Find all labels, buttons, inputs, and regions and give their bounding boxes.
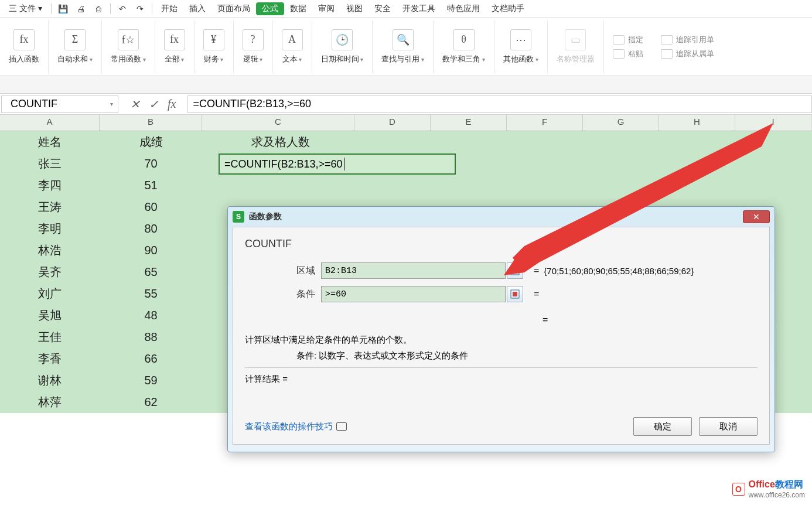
lookup-button[interactable]: 🔍查找与引用 <box>373 21 434 73</box>
col-I[interactable]: I <box>735 115 811 131</box>
col-B[interactable]: B <box>100 115 202 131</box>
video-icon <box>336 422 347 431</box>
col-A[interactable]: A <box>0 115 100 131</box>
search-icon: 🔍 <box>393 29 414 50</box>
cell[interactable]: 59 <box>100 370 202 391</box>
wps-logo-icon: S <box>233 211 244 223</box>
name-manager-button: ▭名称管理器 <box>548 21 604 73</box>
col-G[interactable]: G <box>583 115 659 131</box>
undo-icon[interactable]: ↶ <box>115 2 129 16</box>
cell[interactable]: 48 <box>100 305 202 326</box>
cell[interactable]: 李四 <box>0 175 100 196</box>
ribbon: fx插入函数 Σ自动求和 f☆常用函数 fx全部 ¥财务 ?逻辑 A文本 🕒日期… <box>0 18 812 76</box>
cell[interactable]: 51 <box>100 175 202 196</box>
tab-start[interactable]: 开始 <box>155 2 183 16</box>
name-box[interactable]: COUNTIF <box>1 95 118 113</box>
dialog-footer: 查看该函数的操作技巧 确定 取消 <box>245 417 758 436</box>
cell[interactable]: 90 <box>100 240 202 261</box>
fx-icon[interactable]: fx <box>168 97 176 111</box>
col-F[interactable]: F <box>507 115 583 131</box>
cell[interactable]: 林萍 <box>0 391 100 413</box>
watermark-url: www.office26.com <box>749 491 806 499</box>
cell[interactable]: 88 <box>100 326 202 348</box>
financial-button[interactable]: ¥财务 <box>195 21 234 73</box>
clock-icon: 🕒 <box>332 29 353 50</box>
cell[interactable]: 王涛 <box>0 196 100 218</box>
autosum-button[interactable]: Σ自动求和 <box>49 21 102 73</box>
cell[interactable]: 张三 <box>0 153 100 175</box>
dialog-titlebar[interactable]: S 函数参数 ✕ <box>228 207 775 227</box>
all-functions-button[interactable]: fx全部 <box>155 21 195 73</box>
cell[interactable]: 80 <box>100 218 202 240</box>
cell[interactable]: 刘广 <box>0 283 100 305</box>
cell[interactable]: 谢林 <box>0 370 100 391</box>
tab-layout[interactable]: 页面布局 <box>211 2 256 16</box>
tab-data[interactable]: 数据 <box>284 2 312 16</box>
equals-label: = <box>534 265 539 276</box>
tab-dochelper[interactable]: 文档助手 <box>486 2 530 16</box>
col-D[interactable]: D <box>354 115 431 131</box>
tab-insert[interactable]: 插入 <box>183 2 211 16</box>
param-input-range[interactable] <box>321 262 506 279</box>
param-input-criteria[interactable] <box>321 286 506 302</box>
param-description: 条件: 以数字、表达式或文本形式定义的条件 <box>296 350 758 361</box>
sigma-icon: Σ <box>64 29 86 50</box>
tab-devtools[interactable]: 开发工具 <box>397 2 441 16</box>
range-picker-button[interactable] <box>507 262 523 279</box>
star-fx-icon: f☆ <box>118 29 139 50</box>
help-link[interactable]: 查看该函数的操作技巧 <box>245 421 347 432</box>
header-row[interactable]: 姓名 成绩 求及格人数 <box>0 131 812 153</box>
print-icon[interactable]: 🖨 <box>74 2 88 16</box>
cell[interactable]: 70 <box>100 153 202 175</box>
datetime-button[interactable]: 🕒日期和时间 <box>312 21 373 73</box>
col-H[interactable]: H <box>659 115 735 131</box>
ok-button[interactable]: 确定 <box>633 417 692 436</box>
active-cell-C2[interactable]: =COUNTIF(B2:B13,>=60 <box>219 153 456 175</box>
insert-function-button[interactable]: fx插入函数 <box>0 21 49 73</box>
tab-formula[interactable]: 公式 <box>256 2 284 15</box>
text-button[interactable]: A文本 <box>273 21 312 73</box>
cell-B1[interactable]: 成绩 <box>100 131 202 153</box>
cell[interactable]: 62 <box>100 391 202 413</box>
table-row[interactable]: 李四51 <box>0 175 812 196</box>
trace-dependents: 追踪从属单 <box>661 49 714 59</box>
other-functions-button[interactable]: ⋯其他函数 <box>494 21 548 73</box>
cancel-button[interactable]: 取消 <box>699 417 758 436</box>
formula-input[interactable]: =COUNTIF(B2:B13,>=60 <box>187 95 812 113</box>
dialog-body: COUNTIF 区域 = {70;51;60;80;90;65;55;48;88… <box>233 227 770 445</box>
cell[interactable]: 王佳 <box>0 326 100 348</box>
file-menu[interactable]: 三 文件 ▾ <box>3 2 48 16</box>
ribbon-trace-group: 追踪引用单 追踪从属单 <box>652 35 723 59</box>
logic-button[interactable]: ?逻辑 <box>234 21 273 73</box>
common-functions-button[interactable]: f☆常用函数 <box>102 21 155 73</box>
tab-view[interactable]: 视图 <box>340 2 369 16</box>
criteria-picker-button[interactable] <box>507 286 523 302</box>
cell[interactable]: 55 <box>100 283 202 305</box>
cell-C1[interactable]: 求及格人数 <box>202 131 354 153</box>
cancel-icon[interactable]: ✕ <box>130 97 140 111</box>
accept-icon[interactable]: ✓ <box>149 97 159 111</box>
range-preview: {70;51;60;80;90;65;55;48;88;66;59;62} <box>544 266 694 276</box>
cell[interactable]: 林浩 <box>0 240 100 261</box>
tab-review[interactable]: 审阅 <box>312 2 340 16</box>
math-button[interactable]: θ数学和三角 <box>434 21 494 73</box>
cell[interactable]: 吴齐 <box>0 261 100 283</box>
tab-special[interactable]: 特色应用 <box>441 2 486 16</box>
cell[interactable]: 65 <box>100 261 202 283</box>
cell[interactable]: 66 <box>100 348 202 370</box>
cell[interactable]: 吴旭 <box>0 305 100 326</box>
cell[interactable]: 李香 <box>0 348 100 370</box>
col-E[interactable]: E <box>431 115 507 131</box>
col-C[interactable]: C <box>202 115 354 131</box>
tab-security[interactable]: 安全 <box>369 2 397 16</box>
close-button[interactable]: ✕ <box>743 210 770 223</box>
cell-A1[interactable]: 姓名 <box>0 131 100 153</box>
cell[interactable]: 李明 <box>0 218 100 240</box>
preview-icon[interactable]: ⎙ <box>91 2 105 16</box>
column-headers[interactable]: A B C D E F G H I J <box>0 115 812 131</box>
redo-icon[interactable]: ↷ <box>133 2 147 16</box>
save-icon[interactable]: 💾 <box>56 2 70 16</box>
svg-rect-3 <box>513 292 517 296</box>
cell[interactable]: 60 <box>100 196 202 218</box>
dialog-title: 函数参数 <box>249 211 282 222</box>
